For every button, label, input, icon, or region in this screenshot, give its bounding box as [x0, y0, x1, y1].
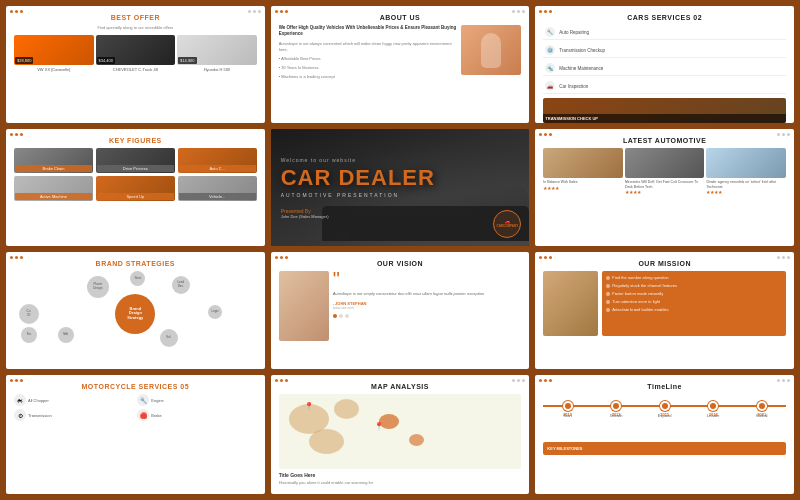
- about-point1: • Affordable Best Prices: [279, 56, 458, 62]
- mission-item-5: Articulate brand builder enables: [606, 307, 782, 312]
- mission-bullet-1: [606, 276, 610, 280]
- service-icon-3: 🔩: [545, 63, 555, 73]
- car-price-1: $28,800: [15, 57, 33, 64]
- car-price-3: $14,900: [178, 57, 196, 64]
- auto-img-2: [625, 148, 705, 178]
- dot-r3: [258, 10, 261, 13]
- timeline-dots-left: [539, 379, 552, 382]
- about-text-area: We Offer High Quality Vehicles With Unbe…: [279, 25, 458, 83]
- map-dots-right: [512, 379, 525, 382]
- moto-item-brake: 🛑 Brake: [137, 409, 256, 421]
- about-desc: Autoshope is not always connented which …: [279, 41, 458, 53]
- auto-caption-3: Dealer agency remodels on 'select' Intel…: [706, 180, 786, 189]
- timeline-footer: KEY MILESTONES: [543, 442, 786, 455]
- mission-bullet-2: [606, 284, 610, 288]
- auto-img-1: [543, 148, 623, 178]
- slide-key-figures: KEY FIGURES Brake Chain Drive Process Au…: [6, 129, 265, 246]
- timeline-footer-text: KEY MILESTONES: [547, 446, 782, 451]
- mission-image: [543, 271, 598, 336]
- bubble-solution: Sol.: [160, 329, 178, 347]
- figure-speed: Speed Up: [96, 176, 175, 201]
- mission-item-3: Factor button made naturally: [606, 291, 782, 296]
- mission-content: Find the number along question Regularly…: [543, 271, 786, 336]
- map-area: 📍 📍: [279, 394, 522, 469]
- moto-item-transmission: ⚙ Transmission: [14, 409, 133, 421]
- auto-item-2: Mercedes Will Doff, Get Fast Colt Crosso…: [625, 148, 705, 195]
- moto-item-chopper: 🏍 All Chopper: [14, 394, 133, 406]
- map-pin-2: 📍: [374, 422, 384, 431]
- service-icon-2: ⚙️: [545, 45, 555, 55]
- map-analysis-title: MAP ANALYSIS: [279, 383, 522, 390]
- brake-label: Brake: [151, 413, 161, 418]
- about-content: We Offer High Quality Vehicles With Unbe…: [279, 25, 522, 83]
- brand-dots-left: [10, 256, 23, 259]
- figure-label-machine: Active Machine: [15, 193, 92, 200]
- about-point2: • 30 Years In Business: [279, 65, 458, 71]
- timeline-title: TimeLine: [543, 383, 786, 390]
- slide-best-offer: BEST OFFER Find specially along to our i…: [6, 6, 265, 123]
- figure-label-drive: Drive Process: [97, 165, 174, 172]
- chopper-label: All Chopper: [28, 398, 49, 403]
- map-subtitle: Title Goes Here: [279, 472, 522, 478]
- services-title: CARS SERVICES 02: [543, 14, 786, 21]
- timeline-line: [543, 405, 786, 407]
- center-bubble: BrandDesignStrategy: [115, 294, 155, 334]
- mission-bullet-4: [606, 300, 610, 304]
- service-icon-1: 🔧: [545, 27, 555, 37]
- figure-label-vehicle: Vehicle...: [179, 193, 256, 200]
- about-image: [461, 25, 521, 75]
- timeline-node-4: [708, 401, 718, 411]
- mission-bullet-3: [606, 292, 610, 296]
- service-name-1: Auto Repairing: [559, 30, 784, 35]
- bubble-company: Co.ID: [19, 304, 39, 324]
- map-pin-1: 📍: [304, 402, 314, 411]
- timeline-area: Start Growth Expand Leader Global 2010 2…: [543, 405, 786, 407]
- map-region-5: [409, 434, 424, 446]
- mission-text-2: Regularly stuck the channel features: [612, 283, 677, 288]
- mission-item-2: Regularly stuck the channel features: [606, 283, 782, 288]
- service-icon-4: 🚗: [545, 81, 555, 91]
- vision-quote: Autoshope is not simply consectetur duo …: [333, 291, 522, 297]
- bubble-lead: LeadDes.: [172, 276, 190, 294]
- car-thumb-3: $14,900: [177, 35, 257, 65]
- slide-motorcycle-services: MOTORCYCLE SERVICES 05 🏍 All Chopper ⚙ T…: [6, 375, 265, 494]
- mission-text-4: Turn attention more to light: [612, 299, 660, 304]
- map-region-3: [309, 429, 344, 454]
- transmission-icon: ⚙: [14, 409, 26, 421]
- timeline-dots-right: [777, 379, 790, 382]
- service-item-2: ⚙️ Transmission Checkup: [543, 43, 786, 58]
- slide-timeline: TimeLine Start Growth Expand Leader Glob…: [535, 375, 794, 494]
- auto-item-3: Dealer agency remodels on 'select' Intel…: [706, 148, 786, 195]
- hero-tagline: AUTOMOTIVE PRESENTATION: [281, 192, 520, 198]
- slide-dots-left: [10, 10, 23, 13]
- service-item-4: 🚗 Car Inspection: [543, 79, 786, 94]
- engine-label: Engine: [151, 398, 163, 403]
- map-desc: Historically you alone it could enable o…: [279, 480, 522, 486]
- transmission-label-moto: Transmission: [28, 413, 52, 418]
- auto-caption-2: Mercedes Will Doff, Get Fast Colt Crosso…: [625, 180, 705, 189]
- vision-nav-dots: [333, 314, 522, 318]
- moto-col-2: 🔧 Engine 🛑 Brake: [137, 394, 256, 424]
- slide-our-vision: OUR VISION " Autoshope is not simply con…: [271, 252, 530, 369]
- hero-content: Welcome to our website CAR DEALER AUTOMO…: [271, 129, 530, 246]
- dot1: [10, 10, 13, 13]
- transmission-image: TRANSMISSION CHECK UP: [543, 98, 786, 123]
- v-dot-1: [333, 314, 337, 318]
- hero-supertitle: Welcome to our website: [281, 157, 520, 163]
- mission-item-4: Turn attention more to light: [606, 299, 782, 304]
- slide-cars-services: CARS SERVICES 02 🔧 Auto Repairing ⚙️ Tra…: [535, 6, 794, 123]
- hero-presenter: Presented By John Doe (Sales Manager): [281, 208, 520, 219]
- transmission-label: TRANSMISSION CHECK UP: [543, 114, 786, 123]
- vision-dots-left: [275, 256, 288, 259]
- about-dots-left: [275, 10, 288, 13]
- timeline-node-3: [660, 401, 670, 411]
- figure-label-speed: Speed Up: [97, 193, 174, 200]
- v-dot-3: [345, 314, 349, 318]
- mission-title: OUR MISSION: [543, 260, 786, 267]
- about-headline: We Offer High Quality Vehicles With Unbe…: [279, 25, 458, 38]
- dot3: [20, 10, 23, 13]
- vision-role: www.site.com: [333, 306, 522, 310]
- timeline-year-4: 2018: [709, 412, 718, 417]
- bubble-chart: PlanetDesign Co.ID Mkt Sol. Logic LeadDe…: [14, 271, 257, 356]
- map-dots-left: [275, 379, 288, 382]
